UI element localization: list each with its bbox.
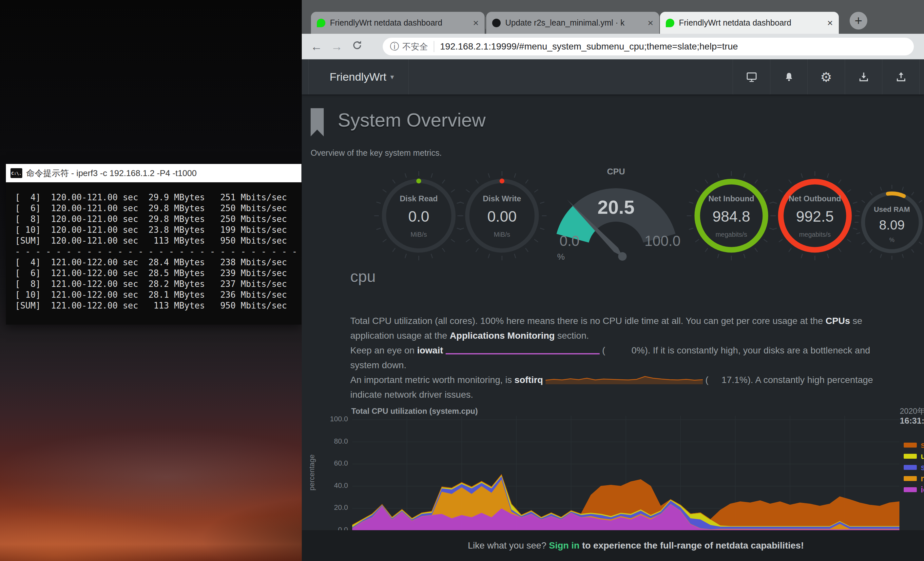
svg-text:MiB/s: MiB/s	[494, 231, 510, 238]
description-text	[443, 345, 446, 355]
gauge-cpu[interactable]: CPU20.50.0100.0%	[550, 164, 681, 267]
settings-button[interactable]: ⚙	[807, 59, 845, 95]
legend-label: user	[921, 451, 924, 461]
tab-label: Update r2s_lean_minimal.yml · k	[505, 18, 643, 27]
tab-netdata-dashboard-active[interactable]: FriendlyWrt netdata dashboard ×	[660, 12, 839, 34]
security-label: 不安全	[402, 41, 428, 53]
signin-suffix: to experience the full-range of netdata …	[580, 540, 804, 551]
link-iowait[interactable]: iowait	[417, 345, 443, 355]
download-icon	[858, 71, 869, 83]
signin-link[interactable]: Sign in	[549, 540, 579, 551]
chevron-down-icon: ▾	[390, 73, 394, 81]
monitor-icon	[746, 71, 757, 83]
terminal-line: [ 8] 121.00-122.00 sec 28.2 MBytes 237 M…	[15, 279, 302, 290]
description-text: 0%). If it is constantly high, your disk…	[632, 345, 870, 355]
terminal-line: [ 8] 120.00-121.00 sec 29.8 MBytes 250 M…	[15, 214, 302, 225]
signin-bar: Like what you see? Sign in to experience…	[302, 530, 924, 561]
svg-text:Net Inbound: Net Inbound	[708, 194, 754, 203]
terminal-line: [SUM] 120.00-121.00 sec 113 MBytes 950 M…	[15, 235, 302, 246]
gauge-used-ram[interactable]: Used RAM8.09%	[853, 183, 924, 263]
tab-github-update[interactable]: Update r2s_lean_minimal.yml · k ×	[486, 12, 659, 34]
link-cpus[interactable]: CPUs	[826, 316, 850, 326]
description-text: section.	[555, 331, 589, 341]
svg-text:0.0: 0.0	[560, 233, 579, 249]
close-icon[interactable]: ×	[827, 18, 833, 28]
legend-item-iowait[interactable]: iowait	[904, 484, 924, 495]
info-icon[interactable]: ⓘ	[390, 40, 399, 53]
legend-label: softirq	[921, 440, 924, 450]
url-text[interactable]: 192.168.2.1:19999/#menu_system_submenu_c…	[440, 41, 738, 52]
terminal-line: [ 10] 121.00-122.00 sec 28.1 MBytes 236 …	[15, 290, 302, 300]
svg-text:100.0: 100.0	[645, 233, 681, 249]
cpu-description: Total CPU utilization (all cores). 100% …	[350, 313, 924, 402]
bell-icon	[784, 72, 794, 82]
gauge-net-outbound[interactable]: Net Outbound992.5megabits/s	[769, 170, 861, 263]
legend-swatch	[904, 443, 917, 448]
terminal-line: [ 4] 121.00-122.00 sec 28.4 MBytes 238 M…	[15, 257, 302, 268]
legend-label: nice	[921, 474, 924, 483]
link-applications-monitoring[interactable]: Applications Monitoring	[450, 331, 555, 341]
page-title: System Overview	[338, 109, 486, 131]
terminal-title-bar[interactable]: C:\. 命令提示符 - iperf3 -c 192.168.1.2 -P4 -…	[6, 164, 302, 182]
export-button[interactable]	[845, 59, 882, 95]
description-text: system down.	[350, 360, 406, 370]
y-tick-label: 100.0	[309, 415, 348, 423]
alarms-button[interactable]	[770, 59, 807, 95]
description-line: system down.	[350, 358, 924, 373]
description-text: application usage at the	[350, 331, 450, 341]
svg-text:MiB/s: MiB/s	[411, 231, 427, 238]
cmd-icon: C:\.	[10, 168, 22, 178]
navbar-icon-group: ⚙	[733, 59, 920, 95]
description-text: Keep an eye on	[350, 345, 417, 355]
svg-text:8.09: 8.09	[879, 218, 904, 232]
gauge-net-inbound[interactable]: Net Inbound984.8megabits/s	[686, 170, 777, 263]
forward-button[interactable]: →	[327, 40, 347, 53]
svg-text:Used RAM: Used RAM	[874, 205, 910, 214]
close-icon[interactable]: ×	[473, 18, 479, 28]
reload-button[interactable]	[347, 40, 367, 54]
legend-item-user[interactable]: user	[904, 451, 924, 462]
legend-swatch	[904, 487, 917, 492]
description-line: Keep an eye on iowait (0%). If it is con…	[350, 343, 924, 358]
gauge-disk-read[interactable]: Disk Read0.0MiB/s	[373, 170, 465, 263]
import-button[interactable]	[882, 59, 920, 95]
gear-icon: ⚙	[820, 71, 832, 84]
cpu-utilization-chart[interactable]	[352, 416, 899, 531]
tab-netdata-dashboard-1[interactable]: FriendlyWrt netdata dashboard ×	[311, 12, 484, 34]
terminal-window[interactable]: C:\. 命令提示符 - iperf3 -c 192.168.1.2 -P4 -…	[6, 164, 302, 325]
svg-text:%: %	[557, 252, 564, 262]
new-tab-button[interactable]: +	[850, 12, 867, 30]
terminal-line: [ 4] 120.00-121.00 sec 29.9 MBytes 251 M…	[15, 192, 302, 203]
description-line: Total CPU utilization (all cores). 100% …	[350, 313, 924, 328]
legend-item-nice[interactable]: nice	[904, 473, 924, 484]
legend-item-system[interactable]: system	[904, 462, 924, 473]
upload-icon	[896, 71, 907, 83]
browser-window: FriendlyWrt netdata dashboard × Update r…	[302, 0, 924, 561]
monitor-button[interactable]	[733, 59, 770, 95]
svg-text:%: %	[889, 237, 894, 243]
close-icon[interactable]: ×	[648, 18, 653, 28]
legend-item-softirq[interactable]: softirq	[904, 439, 924, 451]
netdata-navbar: FriendlyWrt ▾ ⚙	[302, 59, 924, 95]
description-text	[543, 375, 546, 385]
legend-label: system	[921, 463, 924, 472]
netdata-favicon	[666, 19, 674, 27]
host-dropdown[interactable]: FriendlyWrt ▾	[308, 59, 409, 95]
description-line: application usage at the Applications Mo…	[350, 328, 924, 343]
bookmark-icon	[310, 108, 324, 136]
github-favicon	[492, 19, 501, 27]
page-subtitle: Overview of the key system metrics.	[310, 148, 442, 158]
host-name: FriendlyWrt	[330, 71, 386, 83]
url-bar[interactable]: ⓘ 不安全 192.168.2.1:19999/#menu_system_sub…	[383, 38, 914, 56]
reload-icon	[352, 40, 363, 51]
back-button[interactable]: ←	[306, 40, 327, 53]
gauge-disk-write[interactable]: Disk Write0.00MiB/s	[456, 170, 548, 263]
terminal-output: [ 4] 120.00-121.00 sec 29.9 MBytes 251 M…	[6, 182, 302, 325]
description-text: Total CPU utilization (all cores). 100% …	[350, 316, 826, 326]
terminal-line: [SUM] 121.00-122.00 sec 113 MBytes 950 M…	[15, 300, 302, 311]
chart-legend: softirqusersystemniceiowait	[904, 439, 924, 495]
svg-text:CPU: CPU	[607, 167, 625, 176]
description-line: An important metric worth monitoring, is…	[350, 373, 924, 387]
description-text: indicate network driver issues.	[350, 390, 473, 400]
link-softirq[interactable]: softirq	[514, 375, 543, 385]
